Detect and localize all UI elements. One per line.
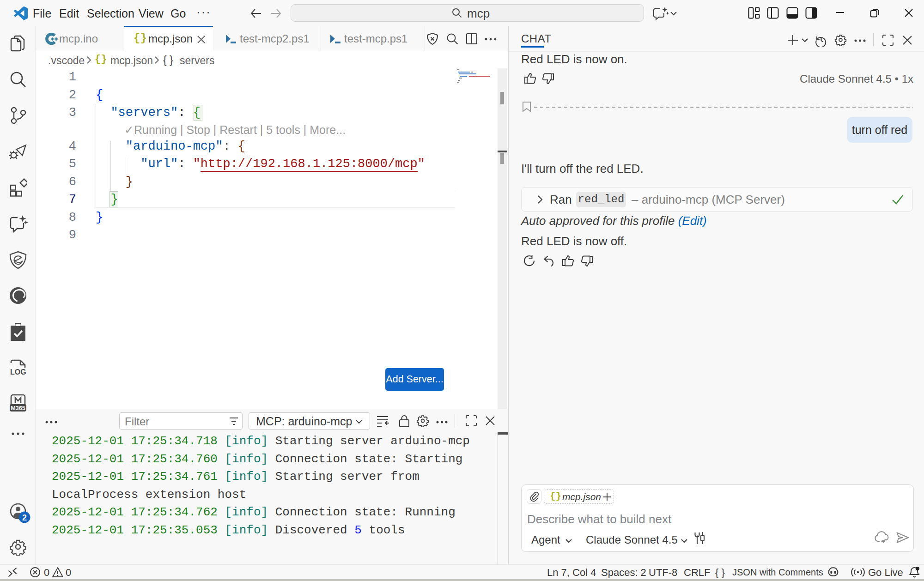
svg-text:2: 2	[22, 513, 27, 522]
svg-text:M365: M365	[11, 405, 25, 412]
svg-text:LOG: LOG	[10, 368, 26, 376]
